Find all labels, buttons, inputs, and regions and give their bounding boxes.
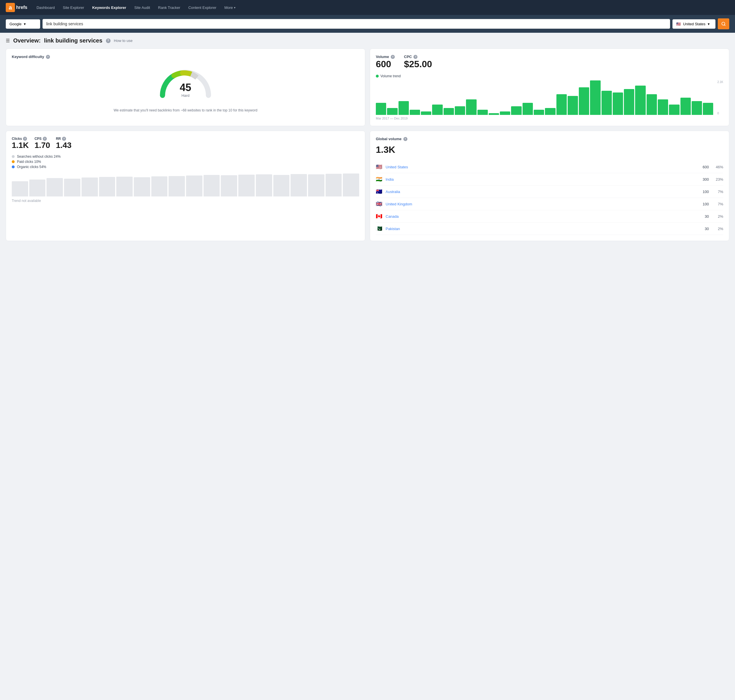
clicks-bar xyxy=(64,179,81,197)
volume-bar xyxy=(635,85,646,115)
legend-item: Paid clicks 10% xyxy=(12,160,359,164)
volume-bar xyxy=(681,98,691,115)
cpc-value: $25.00 xyxy=(404,59,432,69)
clicks-bar xyxy=(290,174,307,197)
volume-info-icon[interactable]: ? xyxy=(391,55,395,59)
country-row: 🇵🇰Pakistan302% xyxy=(376,223,723,235)
logo[interactable]: a hrefs xyxy=(6,3,27,12)
clicks-bar xyxy=(12,181,28,197)
nav-item-rank-tracker[interactable]: Rank Tracker xyxy=(155,4,184,12)
legend-dot-icon xyxy=(12,155,15,158)
country-name-link[interactable]: United States xyxy=(386,165,694,169)
help-icon[interactable]: ? xyxy=(106,38,110,43)
country-volume: 100 xyxy=(697,190,709,194)
clicks-bar xyxy=(116,176,133,197)
volume-bar xyxy=(410,110,420,115)
country-pct: 7% xyxy=(712,190,723,194)
country-row: 🇬🇧United Kingdom1007% xyxy=(376,198,723,210)
country-name-link[interactable]: Canada xyxy=(386,214,694,219)
volume-bar xyxy=(421,112,431,115)
volume-section: Volume ? 600 xyxy=(376,54,395,69)
clicks-info-icon[interactable]: ? xyxy=(23,137,27,141)
engine-caret-icon: ▾ xyxy=(24,22,26,26)
volume-bar xyxy=(624,89,634,115)
clicks-bar xyxy=(169,176,185,197)
nav-item-site-explorer[interactable]: Site Explorer xyxy=(59,4,88,12)
legend-item: Searches without clicks 24% xyxy=(12,154,359,159)
country-flag-icon: 🇵🇰 xyxy=(376,225,383,232)
rr-info-icon[interactable]: ? xyxy=(62,137,66,141)
country-volume: 30 xyxy=(697,226,709,231)
volume-bar xyxy=(703,103,713,115)
sidebar-toggle-icon[interactable]: ☰ xyxy=(6,38,10,43)
rr-metric: RR ? 1.43 xyxy=(56,137,72,150)
country-name-link[interactable]: India xyxy=(386,177,694,182)
volume-bar xyxy=(601,91,612,115)
gauge-description: We estimate that you'll need backlinks f… xyxy=(12,108,359,112)
cps-metric: CPS ? 1.70 xyxy=(34,137,50,150)
country-flag-icon: 🇺🇸 xyxy=(376,164,383,170)
cps-value: 1.70 xyxy=(34,141,50,150)
rr-value: 1.43 xyxy=(56,141,72,150)
cps-info-icon[interactable]: ? xyxy=(43,137,47,141)
volume-bar xyxy=(477,110,488,115)
nav-item-site-audit[interactable]: Site Audit xyxy=(131,4,154,12)
country-volume: 300 xyxy=(697,177,709,182)
logo-icon: a xyxy=(6,3,15,12)
country-flag-icon: 🇮🇳 xyxy=(376,176,383,182)
nav-item-keywords-explorer[interactable]: Keywords Explorer xyxy=(89,4,130,12)
dashboard-grid: Keyword difficulty ? 45 Hard xyxy=(6,49,729,241)
chart-date-range: Mar 2017 — Dec 2019 xyxy=(376,117,723,120)
volume-trend-label: Volume trend xyxy=(376,74,723,78)
page-title: Overview: link building services xyxy=(13,37,103,44)
nav-item-content-explorer[interactable]: Content Explorer xyxy=(185,4,220,12)
engine-select[interactable]: Google ▾ xyxy=(6,19,40,29)
country-pct: 23% xyxy=(712,177,723,182)
volume-bar xyxy=(545,108,555,115)
country-flag-icon: 🇨🇦 xyxy=(376,213,383,219)
volume-bar xyxy=(376,103,386,115)
clicks-bar xyxy=(186,175,202,197)
clicks-bar xyxy=(134,177,150,197)
country-caret-icon: ▾ xyxy=(708,22,710,26)
volume-value: 600 xyxy=(376,59,395,69)
country-name-link[interactable]: Australia xyxy=(386,190,694,194)
chart-y-labels: 2.1K 0 xyxy=(716,81,723,115)
clicks-bar xyxy=(221,175,237,197)
volume-bar xyxy=(522,103,533,115)
clicks-bar xyxy=(256,174,272,197)
volume-header: Volume ? 600 CPC ? $25.00 xyxy=(376,54,723,69)
volume-bar xyxy=(590,81,600,115)
legend-dot-icon xyxy=(12,165,15,168)
clicks-value: 1.1K xyxy=(12,141,29,150)
trend-not-available: Trend not available xyxy=(12,199,359,203)
trend-dot-icon xyxy=(376,75,379,78)
country-name-link[interactable]: United Kingdom xyxy=(386,202,694,206)
how-to-use-link[interactable]: How to use xyxy=(114,38,133,43)
country-name-link[interactable]: Pakistan xyxy=(386,226,694,231)
gauge-container: 45 Hard xyxy=(12,62,359,103)
nav-item-more[interactable]: More ▾ xyxy=(221,4,239,12)
volume-bar xyxy=(534,110,544,115)
search-input-wrapper[interactable] xyxy=(43,19,670,29)
country-select[interactable]: 🇺🇸 United States ▾ xyxy=(672,19,716,29)
nav-item-dashboard[interactable]: Dashboard xyxy=(33,4,58,12)
clicks-bar xyxy=(273,175,290,197)
global-volume-info-icon[interactable]: ? xyxy=(403,137,408,141)
keyword-difficulty-info-icon[interactable]: ? xyxy=(46,55,50,59)
country-list: 🇺🇸United States60046%🇮🇳India30023%🇦🇺Aust… xyxy=(376,161,723,235)
engine-label: Google xyxy=(9,22,22,26)
cpc-section: CPC ? $25.00 xyxy=(404,54,432,69)
volume-bar xyxy=(647,94,657,115)
clicks-bar xyxy=(204,175,220,197)
cpc-info-icon[interactable]: ? xyxy=(414,55,417,59)
country-row: 🇺🇸United States60046% xyxy=(376,161,723,173)
navbar: a hrefs Dashboard Site Explorer Keywords… xyxy=(0,0,735,15)
volume-bar xyxy=(669,104,679,115)
search-input[interactable] xyxy=(46,22,666,26)
country-row: 🇮🇳India30023% xyxy=(376,173,723,185)
volume-bar xyxy=(466,99,476,115)
search-button[interactable] xyxy=(718,18,729,29)
clicks-bar xyxy=(99,177,116,197)
legend-label: Organic clicks 54% xyxy=(17,165,46,169)
